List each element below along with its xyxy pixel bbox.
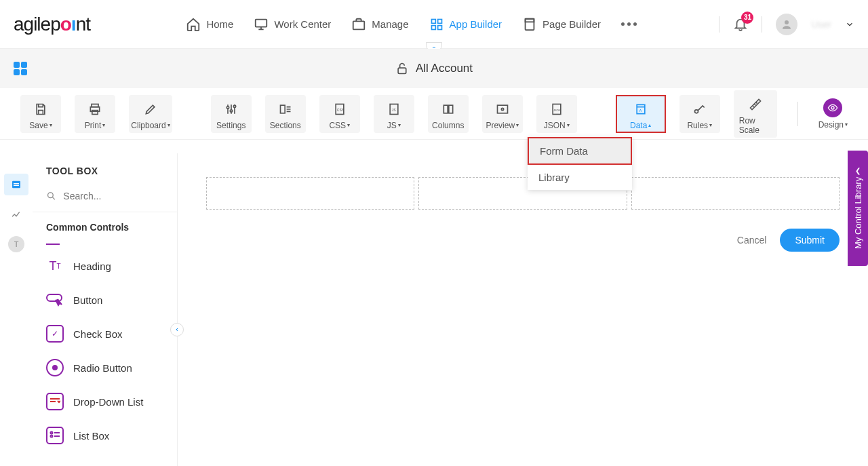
svg-rect-32 [14,183,19,184]
svg-rect-23 [497,105,507,113]
control-dropdown[interactable]: Drop-Down List [43,385,166,419]
search-input[interactable] [63,191,163,201]
sliders-icon [224,102,239,117]
nav-page-builder[interactable]: Page Builder [522,17,601,32]
svg-rect-9 [398,68,406,73]
svg-rect-0 [256,19,267,26]
control-checkbox[interactable]: ✓ Check Box [43,317,166,351]
sections-icon [278,102,293,117]
design-button[interactable]: Design▾ [818,98,848,130]
control-partial-icon [46,239,60,245]
control-list: TT Heading Button ✓ Check Box Radio Butt… [33,239,177,452]
rail-chart[interactable] [4,203,28,225]
svg-point-34 [48,193,54,198]
nav-work-center-label: Work Center [274,18,331,30]
svg-point-13 [226,106,229,108]
heading-icon: TT [46,257,64,275]
apps-icon[interactable] [14,62,27,75]
drop-zone-3[interactable] [631,177,840,210]
row-scale-button[interactable]: Row Scale [734,90,777,138]
svg-rect-35 [47,294,62,301]
listbox-icon [46,427,64,444]
dropdown-icon [46,393,64,410]
js-button[interactable]: JS JS▾ [374,95,414,133]
svg-point-37 [51,435,53,438]
avatar[interactable] [776,14,797,35]
rail-toolbox[interactable] [4,174,28,195]
columns-icon [441,102,456,117]
print-button[interactable]: Print▾ [75,95,115,133]
preview-icon [495,102,510,117]
svg-point-15 [233,105,235,107]
header-right: 31 User [719,14,854,35]
search-row [33,185,177,212]
cancel-button[interactable]: Cancel [737,235,767,246]
toolbox-title: TOOL BOX [33,153,177,185]
divider [719,16,719,33]
toolbar: Save▾ Print▾ Clipboard▾ Settings Section… [0,88,868,140]
form-icon [10,179,22,190]
svg-rect-33 [14,185,19,186]
logo: agilepoınt [14,14,90,35]
data-dropdown: Form Data Library [528,137,632,190]
divider [762,16,762,33]
search-icon [46,190,56,202]
monitor-icon [254,17,269,32]
username: User [811,19,831,30]
title-bar: All Account [0,49,868,88]
section-label: Common Controls [33,212,177,239]
user-icon [781,18,793,31]
checkbox-icon: ✓ [46,325,64,343]
preview-button[interactable]: Preview▾ [482,95,523,133]
css-button[interactable]: CSS CSS▾ [319,95,360,133]
save-button[interactable]: Save▾ [20,95,61,133]
svg-rect-22 [449,105,453,113]
json-button[interactable]: JSON JSON▾ [536,95,577,133]
pencil-icon [143,102,158,117]
svg-point-24 [501,108,503,110]
svg-rect-31 [12,181,20,189]
rail-text[interactable]: T [4,233,28,255]
rules-button[interactable]: Rules▾ [679,95,720,133]
nav-more[interactable] [621,22,637,26]
data-button[interactable]: A Data▴ [616,95,666,133]
page-title: All Account [395,62,473,75]
nav-manage[interactable]: Manage [351,17,408,32]
notifications-button[interactable]: 31 [733,17,748,32]
drop-zone-1[interactable] [206,177,414,210]
nav-app-builder[interactable]: App Builder [429,17,502,32]
svg-rect-3 [437,19,441,23]
text-icon: T [8,236,24,252]
sections-button[interactable]: Sections [265,95,306,133]
svg-text:JS: JS [391,107,396,111]
svg-point-30 [831,106,834,109]
settings-button[interactable]: Settings [211,95,252,133]
my-control-library-panel[interactable]: My Control Library ❮ [848,151,868,266]
nav-work-center[interactable]: Work Center [254,17,331,32]
home-icon [186,17,201,32]
page-icon [522,17,537,32]
data-icon: A [633,102,648,117]
js-file-icon: JS [387,102,401,117]
svg-rect-4 [431,25,435,29]
dropdown-library[interactable]: Library [528,165,632,190]
chevron-down-icon[interactable] [845,20,854,29]
left-rail: T [0,140,33,466]
drop-zones [206,177,840,210]
control-listbox[interactable]: List Box [43,419,166,452]
svg-rect-5 [437,25,441,29]
main-nav: Home Work Center Manage App Builder Page… [104,17,719,32]
submit-button[interactable]: Submit [780,229,840,252]
columns-button[interactable]: Columns [428,95,469,133]
briefcase-icon [351,17,366,32]
nav-manage-label: Manage [372,18,408,30]
control-heading[interactable]: TT Heading [43,249,166,283]
clipboard-button[interactable]: Clipboard▾ [129,95,172,133]
control-radio[interactable]: Radio Button [43,351,166,385]
svg-rect-16 [280,105,285,113]
control-button[interactable]: Button [43,283,166,317]
save-icon [33,102,48,117]
dropdown-form-data[interactable]: Form Data [528,137,632,165]
ruler-icon [748,97,763,112]
nav-home[interactable]: Home [186,17,233,32]
